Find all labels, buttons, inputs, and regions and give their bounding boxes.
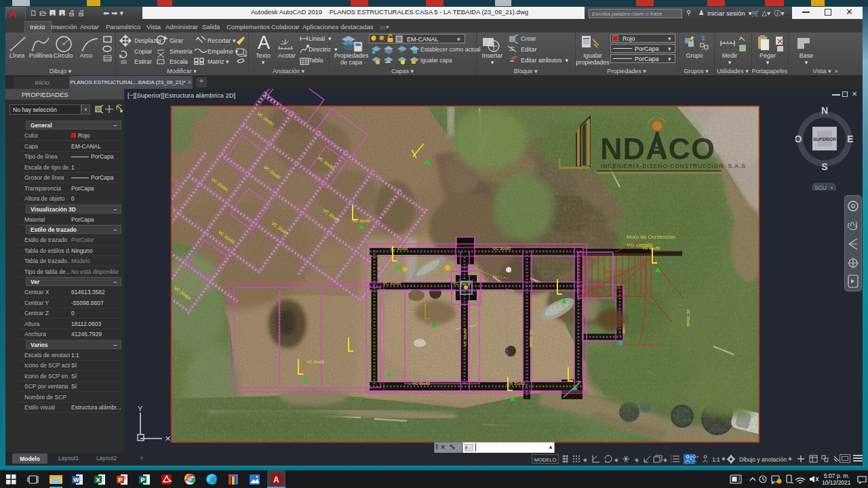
svg-text:E: E bbox=[847, 134, 853, 144]
svg-text:VC 30x60: VC 30x60 bbox=[529, 329, 533, 348]
svg-text:✕: ✕ bbox=[165, 434, 171, 443]
svg-text:Y: Y bbox=[138, 406, 143, 413]
svg-text:5:07 p. m.: 5:07 p. m. bbox=[824, 472, 850, 479]
svg-text:P: P bbox=[119, 476, 123, 483]
svg-text:Matriz ▾: Matriz ▾ bbox=[208, 58, 229, 65]
svg-text:VC 30x60: VC 30x60 bbox=[642, 246, 660, 250]
svg-text:VC 30x60: VC 30x60 bbox=[453, 281, 471, 285]
svg-text:Simetría: Simetría bbox=[170, 48, 193, 55]
svg-text:▾: ▾ bbox=[831, 186, 833, 190]
svg-text:Desplazar: Desplazar bbox=[134, 37, 162, 44]
svg-text:VC 30x60: VC 30x60 bbox=[153, 175, 172, 190]
svg-text:SUPERIOR: SUPERIOR bbox=[813, 137, 836, 142]
svg-text:VC 30x60: VC 30x60 bbox=[131, 206, 150, 222]
svg-text:Muro de Contencion: Muro de Contencion bbox=[627, 234, 675, 240]
svg-text:Escala: Escala bbox=[170, 58, 188, 65]
svg-text:W: W bbox=[73, 476, 79, 483]
svg-text:VC 30x60: VC 30x60 bbox=[686, 309, 690, 327]
svg-text:VC 30x60: VC 30x60 bbox=[383, 281, 401, 285]
svg-text:VC 30x60: VC 30x60 bbox=[307, 360, 325, 364]
svg-text:A: A bbox=[273, 475, 279, 485]
svg-text:VC 30x60: VC 30x60 bbox=[412, 382, 431, 386]
svg-text:10/12/2021: 10/12/2021 bbox=[822, 479, 851, 486]
svg-text:VC 30x60: VC 30x60 bbox=[138, 325, 157, 341]
svg-text:de 17.5 Cm: de 17.5 Cm bbox=[605, 276, 626, 280]
svg-text:Girar: Girar bbox=[170, 37, 183, 44]
svg-text:N: N bbox=[821, 105, 828, 116]
svg-text:Dibujo y anotación: Dibujo y anotación bbox=[739, 456, 787, 463]
svg-text:Bajo 2.80m: Bajo 2.80m bbox=[605, 269, 625, 273]
svg-text:NIVEL +0.00: NIVEL +0.00 bbox=[642, 343, 665, 347]
svg-text:SCU: SCU bbox=[814, 184, 827, 190]
svg-text:Empalme ▾: Empalme ▾ bbox=[208, 48, 239, 55]
svg-text:1:1: 1:1 bbox=[712, 456, 720, 463]
svg-text:Copiar: Copiar bbox=[134, 48, 153, 55]
svg-text:VC 30x60: VC 30x60 bbox=[493, 247, 511, 251]
svg-text:S: S bbox=[821, 161, 827, 172]
svg-text:P: P bbox=[141, 476, 145, 483]
svg-text:1 2 3 4 5 6 7 8 9: 1 2 3 4 5 6 7 8 9 bbox=[585, 258, 655, 262]
svg-text:VB 30x60: VB 30x60 bbox=[507, 382, 526, 386]
svg-text:Recortar ▾: Recortar ▾ bbox=[208, 37, 236, 44]
svg-text:VC 30x60: VC 30x60 bbox=[463, 328, 467, 346]
svg-text:X: X bbox=[96, 476, 100, 483]
svg-text:INGENIERIA-DISEÑO-CONSTRUCCION: INGENIERIA-DISEÑO-CONSTRUCCION S.A.S bbox=[601, 163, 746, 169]
svg-text:O: O bbox=[795, 134, 802, 144]
svg-text:Estirar: Estirar bbox=[134, 58, 152, 65]
